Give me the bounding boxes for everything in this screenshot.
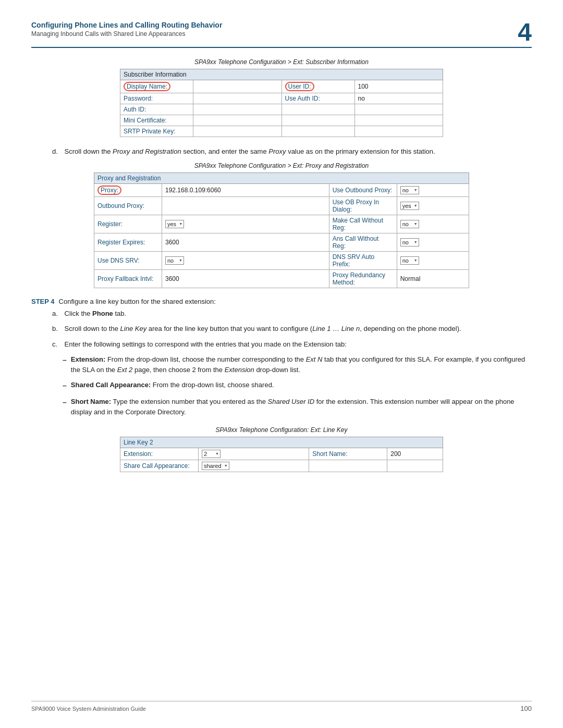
line-key-italic: Line Key xyxy=(120,325,147,332)
use-outbound-proxy-value: no xyxy=(397,183,469,196)
user-id-value: 100 xyxy=(354,80,443,93)
proxy-italic: Proxy xyxy=(268,147,286,155)
subscriber-info-table: Subscriber Information Display Name: Use… xyxy=(120,69,443,137)
table-row: Extension: 2 Short Name: 200 xyxy=(120,448,443,460)
table2-caption: SPA9xx Telephone Configuration > Ext: Pr… xyxy=(94,162,469,169)
table-row: Outbound Proxy: Use OB Proxy In Dialog: … xyxy=(94,196,469,215)
display-name-value xyxy=(193,80,282,93)
proxy-table-wrapper: SPA9xx Telephone Configuration > Ext: Pr… xyxy=(94,162,469,288)
bullet-item-shared-call: – Shared Call Appearance: From the drop-… xyxy=(63,380,532,391)
step-d: d. Scroll down the Proxy and Registratio… xyxy=(52,146,532,157)
register-expires-label: Register Expires: xyxy=(94,233,162,251)
ext-n-italic: Ext N xyxy=(306,355,323,363)
empty5 xyxy=(282,126,354,137)
password-value xyxy=(193,93,282,104)
user-id-oval: User ID: xyxy=(285,82,314,91)
proxy-redundancy-method-value: Normal xyxy=(397,269,469,288)
bullet-extension-content: Extension: From the drop-down list, choo… xyxy=(71,354,532,375)
linekey-section-header: Line Key 2 xyxy=(120,437,443,448)
ext-2-italic: Ext 2 xyxy=(117,366,133,374)
table-row: Mini Certificate: xyxy=(120,115,443,126)
linekey-table-wrapper: SPA9xx Telephone Configuration: Ext: Lin… xyxy=(120,426,443,472)
empty3 xyxy=(282,115,354,126)
bullet-arrow-2: – xyxy=(63,380,67,391)
register-label: Register: xyxy=(94,215,162,233)
line-1-n-italic: Line 1 … Line n xyxy=(312,325,360,332)
use-ob-proxy-dialog-label: Use OB Proxy In Dialog: xyxy=(329,196,397,215)
page-container: 4 Configuring Phone Lines and Calling Ro… xyxy=(0,0,563,728)
ans-call-without-reg-value: no xyxy=(397,233,469,251)
proxy-section-header: Proxy and Registration xyxy=(94,172,469,183)
make-call-without-reg-select[interactable]: no xyxy=(400,220,419,228)
step4-label: STEP 4 Configure a line key button for t… xyxy=(31,298,532,305)
proxy-registration-italic: Proxy and Registration xyxy=(113,147,181,155)
table-row: Proxy: 192.168.0.109:6060 Use Outbound P… xyxy=(94,183,469,196)
proxy-fallback-intvl-value: 3600 xyxy=(162,269,329,288)
table-row: Display Name: User ID: 100 xyxy=(120,80,443,93)
table-row: Auth ID: xyxy=(120,104,443,115)
table1-caption: SPA9xx Telephone Configuration > Ext: Su… xyxy=(120,58,443,66)
make-call-without-reg-label: Make Call Without Reg: xyxy=(329,215,397,233)
use-dns-srv-label: Use DNS SRV: xyxy=(94,251,162,269)
use-outbound-proxy-select[interactable]: no xyxy=(400,186,419,194)
use-ob-proxy-dialog-select[interactable]: yes xyxy=(400,202,419,210)
table-row: Use DNS SRV: no DNS SRV Auto Prefix: no xyxy=(94,251,469,269)
proxy-fallback-intvl-label: Proxy Fallback Intvl: xyxy=(94,269,162,288)
use-ob-proxy-dialog-value: yes xyxy=(397,196,469,215)
extension-italic: Extension xyxy=(225,366,254,374)
extension-row-label: Extension: xyxy=(120,448,199,460)
share-call-appearance-label: Share Call Appearance: xyxy=(120,460,199,472)
use-auth-id-label: Use Auth ID: xyxy=(282,93,354,104)
empty1 xyxy=(282,104,354,115)
table-row: Password: Use Auth ID: no xyxy=(120,93,443,104)
step4-block: STEP 4 Configure a line key button for t… xyxy=(31,298,532,417)
page-header: Configuring Phone Lines and Calling Rout… xyxy=(31,21,532,38)
table-row: Proxy Fallback Intvl: 3600 Proxy Redunda… xyxy=(94,269,469,288)
user-id-label: User ID: xyxy=(282,80,354,93)
table-row: Register Expires: 3600 Ans Call Without … xyxy=(94,233,469,251)
step4-text: Configure a line key button for the shar… xyxy=(59,298,216,305)
use-dns-srv-value: no xyxy=(162,251,329,269)
bullet-list: – Extension: From the drop-down list, ch… xyxy=(63,354,532,417)
proxy-value: 192.168.0.109:6060 xyxy=(162,183,329,196)
short-name-row-label: Short Name: xyxy=(309,448,387,460)
extension-dropdown[interactable]: 2 xyxy=(202,450,221,458)
share-call-appearance-value: shared xyxy=(199,460,309,472)
display-name-oval: Display Name: xyxy=(124,82,170,91)
share-call-appearance-dropdown[interactable]: shared xyxy=(202,462,229,470)
auth-id-value xyxy=(193,104,282,115)
srtp-label: SRTP Private Key: xyxy=(120,126,193,137)
ans-call-without-reg-label: Ans Call Without Reg: xyxy=(329,233,397,251)
phone-bold: Phone xyxy=(92,310,113,317)
proxy-table: Proxy and Registration Proxy: 192.168.0.… xyxy=(94,172,469,288)
auth-id-label: Auth ID: xyxy=(120,104,193,115)
dns-srv-auto-prefix-select[interactable]: no xyxy=(400,256,419,265)
bullet-short-name-content: Short Name: Type the extension number th… xyxy=(71,397,532,417)
chapter-title: Configuring Phone Lines and Calling Rout… xyxy=(31,21,532,29)
use-dns-srv-select[interactable]: no xyxy=(165,256,184,265)
chapter-number: 4 xyxy=(518,20,532,45)
footer-page-number: 100 xyxy=(520,705,532,712)
subscriber-section-header: Subscriber Information xyxy=(120,69,443,80)
bullet-item-short-name: – Short Name: Type the extension number … xyxy=(63,397,532,417)
empty4 xyxy=(354,115,443,126)
use-auth-id-value: no xyxy=(354,93,443,104)
empty-value xyxy=(387,460,443,472)
bullet-item-extension: – Extension: From the drop-down list, ch… xyxy=(63,354,532,375)
step4-num: STEP 4 xyxy=(31,298,55,305)
password-label: Password: xyxy=(120,93,193,104)
bullet-shared-call-content: Shared Call Appearance: From the drop-do… xyxy=(71,380,532,390)
extension-bold: Extension: xyxy=(71,355,105,363)
bullet-arrow-3: – xyxy=(63,397,67,408)
shared-user-id-italic: Shared User ID xyxy=(268,398,315,405)
register-expires-value: 3600 xyxy=(162,233,329,251)
empty2 xyxy=(354,104,443,115)
step4a: a. Click the Phone tab. xyxy=(52,309,532,319)
bullet-arrow-1: – xyxy=(63,355,67,366)
mini-cert-label: Mini Certificate: xyxy=(120,115,193,126)
display-name-label: Display Name: xyxy=(120,80,193,93)
empty-label xyxy=(309,460,387,472)
table3-caption: SPA9xx Telephone Configuration: Ext: Lin… xyxy=(120,426,443,434)
ans-call-without-reg-select[interactable]: no xyxy=(400,238,419,246)
register-select[interactable]: yes xyxy=(165,220,184,228)
